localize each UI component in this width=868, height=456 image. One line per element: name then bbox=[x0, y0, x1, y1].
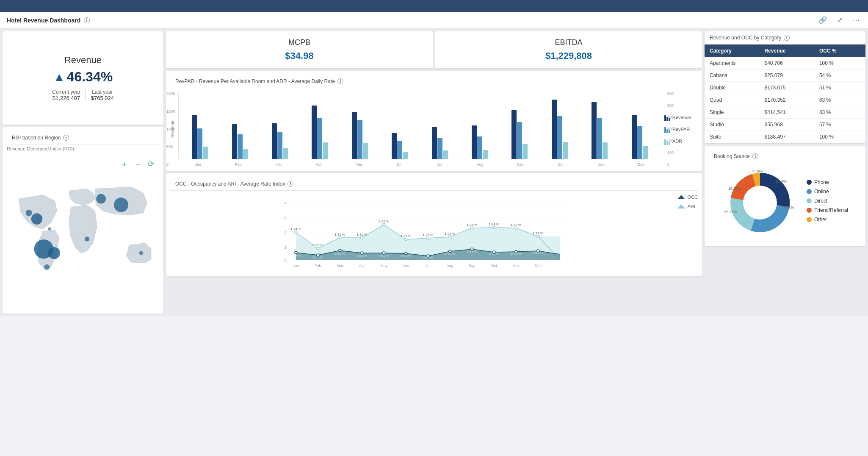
legend-online-label: Online bbox=[814, 189, 829, 195]
svg-point-47 bbox=[317, 247, 319, 250]
map-bubble bbox=[114, 197, 128, 212]
category-table-rows: Apartments $40,706 100 %Cabana $25,079 5… bbox=[705, 57, 865, 143]
row-category: Quad bbox=[710, 97, 764, 103]
svg-point-61 bbox=[361, 252, 363, 254]
table-header: Category Revenue OCC % bbox=[705, 44, 865, 57]
svg-point-46 bbox=[295, 231, 297, 234]
svg-text:0.76 %: 0.76 % bbox=[290, 254, 301, 258]
legend-referral-dot bbox=[807, 208, 812, 213]
revenue-category-info[interactable]: ℹ bbox=[784, 35, 790, 41]
bar-adr bbox=[483, 150, 488, 159]
booking-source-info[interactable]: ℹ bbox=[752, 153, 758, 159]
svg-text:1.28 %: 1.28 % bbox=[445, 232, 455, 236]
x-axis-labels: JanFebMarAprMayJunJulAugSepOctNovDec bbox=[178, 161, 661, 167]
bars-row bbox=[272, 100, 288, 159]
top-bar bbox=[0, 0, 868, 12]
donut-label-direct: 22.33% bbox=[724, 210, 737, 214]
bars-row bbox=[472, 100, 488, 159]
bar-adr bbox=[323, 142, 328, 159]
occ-ari-info-icon[interactable]: ℹ bbox=[287, 181, 293, 187]
booking-source-legend: Phone Online Direct Friend/Referral bbox=[807, 179, 848, 226]
title-info-icon[interactable]: ℹ bbox=[84, 17, 90, 23]
map-bubble bbox=[48, 227, 52, 231]
bar-revenue bbox=[232, 124, 237, 159]
bar-adr bbox=[643, 146, 648, 159]
svg-point-51 bbox=[405, 238, 407, 241]
row-revenue: $40,706 bbox=[764, 60, 819, 66]
donut-chart: 27.4% 27.65% 22.33% 18.33% 4.89% bbox=[722, 167, 798, 239]
svg-text:Nov: Nov bbox=[513, 264, 520, 268]
y-axis-right: 6005004003002001000 bbox=[667, 92, 674, 167]
bars-row bbox=[392, 100, 408, 159]
svg-point-63 bbox=[405, 252, 407, 255]
mcpb-box: MCPB $34.98 bbox=[166, 31, 433, 68]
bar-adr bbox=[283, 148, 288, 159]
donut-label-other: 4.89% bbox=[752, 169, 763, 173]
ebitda-value: $1,229,808 bbox=[545, 50, 592, 61]
month-label: Jan bbox=[178, 161, 218, 167]
month-label: Mar bbox=[259, 161, 298, 167]
ebitda-box: EBITDA $1,229,808 bbox=[435, 31, 702, 68]
bar-revenue bbox=[352, 112, 357, 159]
map-header: RGI based on Region ℹ bbox=[7, 131, 159, 145]
map-info-icon[interactable]: ℹ bbox=[63, 135, 69, 141]
occ-ari-title: OCC - Occupancy and ARI - Average Rate I… bbox=[175, 181, 285, 187]
ari-label: ARI bbox=[688, 204, 695, 209]
svg-text:1.25 %: 1.25 % bbox=[423, 233, 433, 237]
svg-text:May: May bbox=[380, 264, 388, 268]
legend-ari: ARI bbox=[677, 203, 698, 209]
row-occ: 83 % bbox=[819, 109, 860, 115]
donut-label-online: 27.65% bbox=[781, 206, 794, 210]
map-wrapper: ＋ － ⟳ bbox=[7, 155, 159, 307]
legend-occ: OCC bbox=[677, 194, 698, 200]
svg-point-55 bbox=[493, 226, 495, 229]
row-category: Studio bbox=[710, 122, 764, 128]
map-zoom-in[interactable]: ＋ bbox=[119, 158, 130, 170]
svg-point-68 bbox=[515, 250, 517, 253]
svg-text:2.05 %: 2.05 % bbox=[379, 220, 389, 223]
occ-ari-legend: OCC ARI bbox=[677, 194, 698, 272]
table-row: Quad $170,352 63 % bbox=[705, 94, 865, 106]
revpar-info-icon[interactable]: ℹ bbox=[337, 78, 343, 84]
svg-text:Aug: Aug bbox=[447, 264, 453, 268]
month-group bbox=[180, 100, 219, 159]
revpar-chart-area: Revenue 200K150K100K50K0 600500400300200… bbox=[170, 92, 698, 167]
current-year-value: $1,226,407 bbox=[52, 95, 80, 101]
booking-source-card: Booking Source ℹ bbox=[705, 146, 865, 246]
row-revenue: $173,075 bbox=[764, 85, 819, 91]
bar-revpar bbox=[277, 132, 282, 159]
map-bubble bbox=[48, 247, 60, 259]
expand-button[interactable]: ⤢ bbox=[835, 14, 844, 26]
svg-text:1.74 %: 1.74 % bbox=[290, 227, 301, 231]
row-category: Suite bbox=[710, 134, 764, 140]
row-occ: 100 % bbox=[819, 134, 860, 140]
donut-label-phone: 27.4% bbox=[776, 179, 787, 184]
revpar-bars-container: 200K150K100K50K0 6005004003002001000 Jan… bbox=[178, 92, 661, 167]
link-button[interactable]: 🔗 bbox=[817, 14, 829, 26]
bar-revpar bbox=[517, 122, 522, 159]
month-group bbox=[220, 100, 259, 159]
legend-other-dot bbox=[807, 217, 812, 222]
map-reset[interactable]: ⟳ bbox=[146, 158, 156, 170]
row-occ: 54 % bbox=[819, 72, 860, 78]
donut-label-referral: 18.33% bbox=[728, 186, 741, 191]
left-column: Revenue ▲ 46.34% Current year $1,226,407… bbox=[3, 31, 163, 314]
table-row: Studio $55,968 67 % bbox=[705, 119, 865, 131]
map-bubble bbox=[26, 210, 32, 216]
revenue-triangle: ▲ bbox=[53, 70, 65, 84]
occ-ari-card: OCC - Occupancy and ARI - Average Rate I… bbox=[166, 173, 702, 276]
more-button[interactable]: ⋯ bbox=[851, 14, 861, 26]
svg-text:Sep: Sep bbox=[469, 264, 475, 268]
bars-row bbox=[312, 100, 328, 159]
booking-source-title: Booking Source bbox=[714, 153, 750, 159]
svg-marker-70 bbox=[677, 195, 685, 199]
svg-point-65 bbox=[449, 250, 451, 253]
bar-revpar bbox=[437, 138, 442, 159]
bar-adr bbox=[363, 143, 368, 159]
svg-text:1.35 %: 1.35 % bbox=[357, 233, 367, 236]
legend-phone: Phone bbox=[807, 179, 848, 185]
svg-text:1.86 %: 1.86 % bbox=[467, 223, 477, 227]
bars-row bbox=[592, 100, 608, 159]
map-zoom-out[interactable]: － bbox=[133, 158, 144, 170]
bar-revenue bbox=[192, 115, 197, 159]
